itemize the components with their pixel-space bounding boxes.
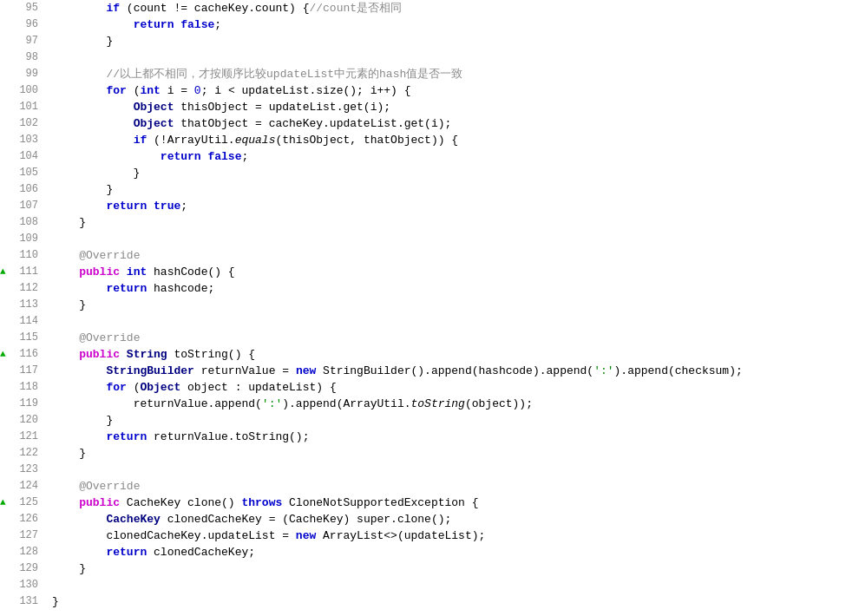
line-number: 129 xyxy=(0,560,45,577)
line-number: 119 xyxy=(0,396,45,412)
line-number: 113 xyxy=(0,297,45,313)
code-line: 102 Object thatObject = cacheKey.updateL… xyxy=(0,115,859,132)
line-indicator: ▲ xyxy=(0,495,6,511)
line-text: @Override xyxy=(45,330,859,346)
line-text: CacheKey clonedCacheKey = (CacheKey) sup… xyxy=(45,511,859,528)
code-line: 104 return false; xyxy=(0,148,859,165)
line-number: 98 xyxy=(0,49,45,66)
line-number: 123 xyxy=(0,462,45,478)
code-line: 117 StringBuilder returnValue = new Stri… xyxy=(0,363,859,379)
code-line: 110 @Override xyxy=(0,247,859,264)
kw-token: false xyxy=(180,18,214,31)
line-text: public String toString() { xyxy=(45,346,859,363)
line-number: 104 xyxy=(0,148,45,165)
code-line: 100 for (int i = 0; i < updateList.size(… xyxy=(0,82,859,99)
code-line: 106 } xyxy=(0,181,859,198)
code-line: 105 } xyxy=(0,165,859,181)
code-line: 122 } xyxy=(0,445,859,462)
type-token: StringBuilder xyxy=(106,364,193,377)
type-token: Object xyxy=(134,101,174,114)
line-number: 130 xyxy=(0,577,45,593)
code-line: ▲116 public String toString() { xyxy=(0,346,859,363)
code-line: 95 if (count != cacheKey.count) {//count… xyxy=(0,0,859,16)
line-text: } xyxy=(45,412,859,429)
line-text: return false; xyxy=(45,16,859,33)
line-text: Object thatObject = cacheKey.updateList.… xyxy=(45,115,859,132)
comment-token: //以上都不相同，才按顺序比较updateList中元素的hash值是否一致 xyxy=(106,68,462,81)
line-number: 95 xyxy=(0,0,45,16)
kw2-token: public xyxy=(79,265,120,279)
line-number: 109 xyxy=(0,231,45,247)
line-number: ▲125 xyxy=(0,495,45,511)
code-line: 97 } xyxy=(0,33,859,49)
line-number: 118 xyxy=(0,379,45,396)
line-text: public CacheKey clone() throws CloneNotS… xyxy=(45,495,859,511)
line-text: public int hashCode() { xyxy=(45,264,859,280)
line-number: 100 xyxy=(0,82,45,99)
line-number: 108 xyxy=(0,214,45,231)
line-number: 131 xyxy=(0,593,45,610)
annotation-token: @Override xyxy=(79,480,140,493)
line-text: } xyxy=(45,181,859,198)
line-text: } xyxy=(45,297,859,313)
kw-token: for xyxy=(106,381,126,394)
throws-kw-token: throws xyxy=(241,496,282,509)
line-number: 110 xyxy=(0,247,45,264)
kw-token: return xyxy=(161,150,201,163)
line-text xyxy=(45,577,859,593)
code-line: ▲125 public CacheKey clone() throws Clon… xyxy=(0,495,859,511)
code-line: 113 } xyxy=(0,297,859,313)
type-token: Object xyxy=(134,117,174,130)
kw-token: return xyxy=(106,200,147,213)
line-number: 114 xyxy=(0,313,45,330)
kw-token: new xyxy=(296,529,316,542)
line-number: 99 xyxy=(0,66,45,82)
comment-token: //count是否相同 xyxy=(309,2,402,15)
line-text: return hashcode; xyxy=(45,280,859,297)
kw2-token: public xyxy=(79,348,120,361)
code-line: 129 } xyxy=(0,560,859,577)
number-token: 0 xyxy=(194,84,201,97)
line-number: 107 xyxy=(0,198,45,214)
line-text: @Override xyxy=(45,247,859,264)
code-line: 119 returnValue.append(':').append(Array… xyxy=(0,396,859,412)
line-number: 103 xyxy=(0,132,45,148)
line-text: clonedCacheKey.updateList = new ArrayLis… xyxy=(45,528,859,544)
code-line: 99 //以上都不相同，才按顺序比较updateList中元素的hash值是否一… xyxy=(0,66,859,82)
kw-token: int xyxy=(127,265,147,279)
code-line: ▲111 public int hashCode() { xyxy=(0,264,859,280)
annotation-token: @Override xyxy=(79,249,140,262)
line-text: return true; xyxy=(45,198,859,214)
line-text: return returnValue.toString(); xyxy=(45,429,859,445)
string-token: ':' xyxy=(593,364,613,377)
line-number: 126 xyxy=(0,511,45,528)
line-text: returnValue.append(':').append(ArrayUtil… xyxy=(45,396,859,412)
type-token: String xyxy=(127,348,167,361)
code-line: 109 xyxy=(0,231,859,247)
code-line: 130 xyxy=(0,577,859,593)
line-text: } xyxy=(45,445,859,462)
line-number: 127 xyxy=(0,528,45,544)
kw-token: if xyxy=(134,134,148,147)
code-line: 118 for (Object object : updateList) { xyxy=(0,379,859,396)
line-number: 96 xyxy=(0,16,45,33)
line-text: for (Object object : updateList) { xyxy=(45,379,859,396)
line-text: //以上都不相同，才按顺序比较updateList中元素的hash值是否一致 xyxy=(45,66,859,82)
kw-token: return xyxy=(134,18,174,31)
kw-token: if xyxy=(106,2,120,15)
line-text: @Override xyxy=(45,478,859,495)
string-token: ':' xyxy=(262,397,282,410)
code-line: 107 return true; xyxy=(0,198,859,214)
italic-token: toString xyxy=(411,397,465,410)
code-line: 98 xyxy=(0,49,859,66)
code-line: 128 return clonedCacheKey; xyxy=(0,544,859,560)
line-text: return false; xyxy=(45,148,859,165)
line-text: StringBuilder returnValue = new StringBu… xyxy=(45,363,859,379)
code-line: 124 @Override xyxy=(0,478,859,495)
line-text xyxy=(45,462,859,478)
kw-token: return xyxy=(106,430,147,443)
code-line: 112 return hashcode; xyxy=(0,280,859,297)
line-number: 122 xyxy=(0,445,45,462)
code-line: 108 } xyxy=(0,214,859,231)
code-line: 120 } xyxy=(0,412,859,429)
